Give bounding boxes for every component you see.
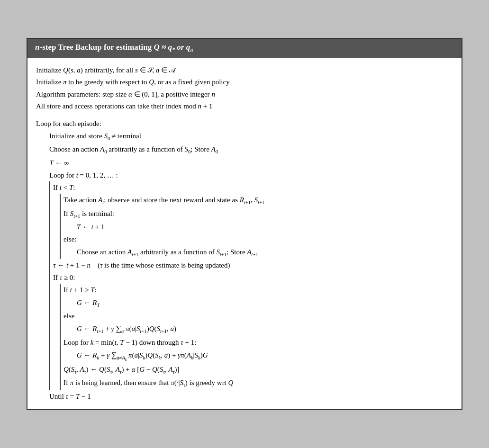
bar-if-t	[60, 194, 61, 259]
G-assign1-block: G ← RT	[63, 296, 453, 310]
algorithm-body: Initialize Q(s, a) arbitrarily, for all …	[27, 58, 462, 409]
G-assign2-line: G ← Rt+1 + γ ∑a π(a|St+1)Q(St+1, a)	[77, 322, 453, 336]
else-line: else:	[63, 233, 453, 245]
init-line2: Initialize π to be greedy with respect t…	[36, 76, 453, 89]
T-assign2-line: T ← t + 1	[77, 221, 453, 233]
loop-episode: Loop for each episode:	[36, 117, 453, 130]
init-block: Initialize Q(s, a) arbitrarily, for all …	[36, 64, 453, 113]
loop-block: Loop for each episode: Initialize and st…	[36, 117, 453, 403]
indent-level1: Initialize and store S0 ≠ terminal Choos…	[36, 130, 453, 181]
tau-assign-line: τ ← t + 1 − n (τ is the time whose estim…	[53, 259, 453, 271]
bar-tau	[60, 284, 61, 390]
init-line4: All store and access operations can take…	[36, 100, 453, 113]
until-block: Until τ = T − 1	[36, 390, 453, 403]
header-title: -step Tree Backup for estimating	[39, 43, 154, 52]
Q-update-line: Q(Sτ, Aτ) ← Q(Sτ, Aτ) + α [G − Q(Sτ, Aτ)…	[63, 363, 453, 376]
bar-outer	[49, 181, 50, 390]
G-assign1-line: G ← RT	[77, 296, 453, 310]
header-math: Q ≈ q* or qπ	[154, 43, 193, 52]
if-pi-line: If π is being learned, then ensure that …	[63, 376, 453, 390]
if-tau-ge0-line: If τ ≥ 0:	[53, 271, 453, 284]
if-t1-ge-T-line: If t + 1 ≥ T:	[63, 284, 453, 296]
loop-k-line: Loop for k = min(t, T − 1) down through …	[63, 336, 453, 349]
bar-block-tau: If t + 1 ≥ T: G ← RT else G ← Rt+1 + γ ∑…	[53, 284, 453, 390]
algorithm-box: n-step Tree Backup for estimating Q ≈ q*…	[27, 38, 462, 410]
else2-line: else	[63, 310, 453, 322]
algorithm-header: n-step Tree Backup for estimating Q ≈ q*…	[27, 39, 462, 57]
init-line3: Algorithm parameters: step size α ∈ (0, …	[36, 89, 453, 101]
if-st1-terminal-line: If St+1 is terminal:	[63, 207, 453, 221]
bar-tau-content: If t + 1 ≥ T: G ← RT else G ← Rt+1 + γ ∑…	[63, 284, 453, 390]
T-assign2-block: T ← t + 1	[63, 221, 453, 233]
bar-if-t-content: Take action At; observe and store the ne…	[63, 194, 453, 259]
G-assign3-block: G ← Rk + γ ∑a≠Ak π(a|Sk)Q(Sk, a) + γπ(Ak…	[63, 349, 453, 363]
init-line1: Initialize Q(s, a) arbitrarily, for all …	[36, 64, 453, 77]
bar-block-outer: If t < T: Take action At; observe and st…	[36, 181, 453, 390]
init-store-line: Initialize and store S0 ≠ terminal	[49, 130, 453, 143]
else-block: Choose an action At+1 arbitrarily as a f…	[63, 246, 453, 259]
choose-a0-line: Choose an action A0 arbitrarily as a fun…	[49, 143, 453, 156]
G-assign3-line: G ← Rk + γ ∑a≠Ak π(a|Sk)Q(Sk, a) + γπ(Ak…	[77, 349, 453, 363]
take-action-line: Take action At; observe and store the ne…	[63, 194, 453, 207]
G-assign2-block: G ← Rt+1 + γ ∑a π(a|St+1)Q(St+1, a)	[63, 322, 453, 336]
bar-block-if-t: Take action At; observe and store the ne…	[53, 194, 453, 259]
choose-at1-line: Choose an action At+1 arbitrarily as a f…	[77, 246, 453, 259]
loop-t-line: Loop for t = 0, 1, 2, … :	[49, 169, 453, 181]
until-line: Until τ = T − 1	[49, 390, 453, 403]
T-assign-line: T ← ∞	[49, 157, 453, 169]
bar-outer-content: If t < T: Take action At; observe and st…	[53, 181, 453, 390]
if-t-lt-T-line: If t < T:	[53, 181, 453, 194]
